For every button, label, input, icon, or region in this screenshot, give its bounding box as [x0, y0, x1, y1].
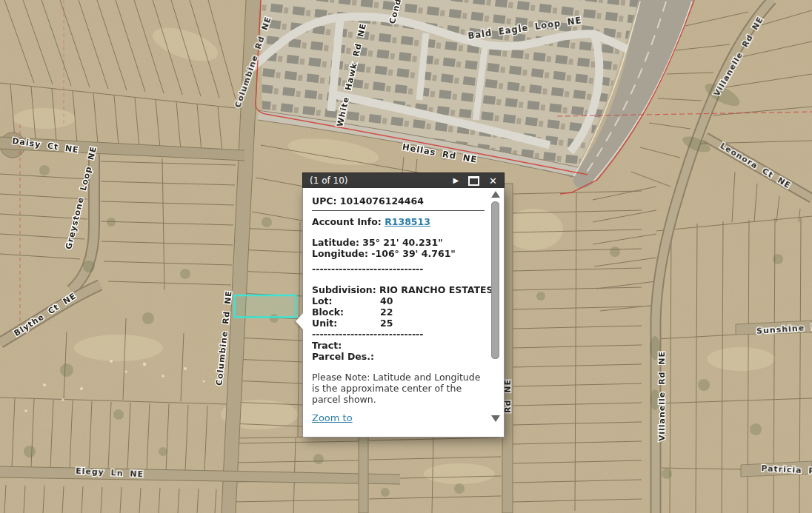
divider-rule: [312, 210, 485, 211]
lot-line: Lot:40: [312, 295, 485, 306]
block-value: 22: [380, 306, 393, 318]
maximize-icon[interactable]: [468, 176, 479, 186]
scroll-down-icon[interactable]: [491, 415, 500, 422]
map-application-window: Daisy Ct NE Greystone Loop NE Blythe Ct …: [0, 0, 812, 513]
account-info-line: Account Info: R138513: [312, 216, 485, 227]
lot-value: 40: [380, 295, 393, 306]
tract-line: Tract:: [312, 340, 485, 351]
popup-scrollbar[interactable]: [490, 191, 501, 422]
latitude-value: 35° 21' 40.231": [362, 237, 442, 248]
popup-note: Please Note: Latitude and Longitude is t…: [312, 372, 485, 405]
upc-line: UPC: 1014076124464: [312, 195, 485, 207]
parcel-des-line: Parcel Des.:: [312, 351, 485, 362]
subdivision-value: RIO RANCHO ESTATES: [379, 284, 493, 295]
parcel-info-popup: (1 of 10) ▶ ✕ UPC: 1014076124464 Account…: [302, 172, 505, 437]
separator-dashes: -----------------------------: [312, 264, 485, 275]
next-result-icon[interactable]: ▶: [453, 177, 459, 184]
unit-line: Unit:25: [312, 318, 485, 329]
upc-value: 1014076124464: [340, 195, 424, 207]
popup-title: (1 of 10): [310, 175, 347, 186]
popup-callout-tail: [296, 313, 303, 329]
longitude-value: -106° 39' 4.761": [371, 248, 456, 259]
scroll-up-icon[interactable]: [491, 191, 500, 198]
subdivision-line: Subdivision: RIO RANCHO ESTATES: [312, 284, 485, 295]
scrollbar-thumb[interactable]: [491, 201, 499, 359]
block-line: Block:22: [312, 306, 485, 318]
popup-body: UPC: 1014076124464 Account Info: R138513…: [302, 188, 505, 437]
selected-parcel-highlight[interactable]: [235, 295, 296, 318]
street-label-villanelle-mid: Villanelle Rd NE: [657, 351, 667, 441]
unit-value: 25: [380, 318, 393, 329]
latitude-line: Latitude: 35° 21' 40.231": [312, 237, 485, 248]
zoom-to-link[interactable]: Zoom to: [312, 412, 353, 423]
longitude-line: Longitude: -106° 39' 4.761": [312, 248, 485, 259]
close-icon[interactable]: ✕: [489, 176, 497, 186]
separator-dashes: -----------------------------: [312, 329, 485, 340]
popup-title-bar[interactable]: (1 of 10) ▶ ✕: [302, 172, 505, 188]
account-info-link[interactable]: R138513: [385, 216, 430, 227]
